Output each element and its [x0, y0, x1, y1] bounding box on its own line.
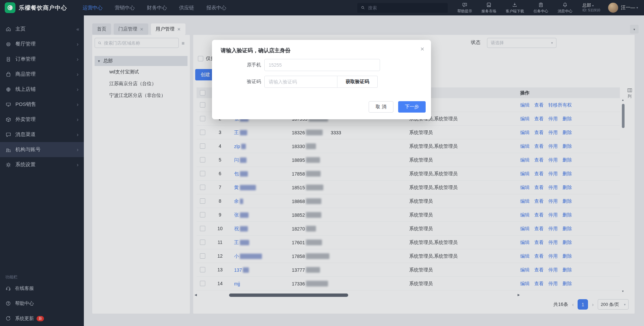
modal-title: 请输入验证码，确认店主身份: [221, 47, 422, 54]
cancel-button[interactable]: 取 消: [369, 101, 393, 113]
phone-label: 原手机: [221, 62, 261, 68]
original-phone-input[interactable]: [264, 59, 380, 71]
verify-owner-modal: 请输入验证码，确认店主身份 × 原手机 验证码 获取验证码 取 消 下一步: [212, 40, 431, 119]
code-label: 验证码: [221, 79, 261, 85]
verification-code-input[interactable]: [264, 76, 337, 88]
next-step-button[interactable]: 下一步: [398, 101, 426, 113]
get-code-button[interactable]: 获取验证码: [337, 76, 378, 88]
close-icon[interactable]: ×: [420, 45, 424, 53]
